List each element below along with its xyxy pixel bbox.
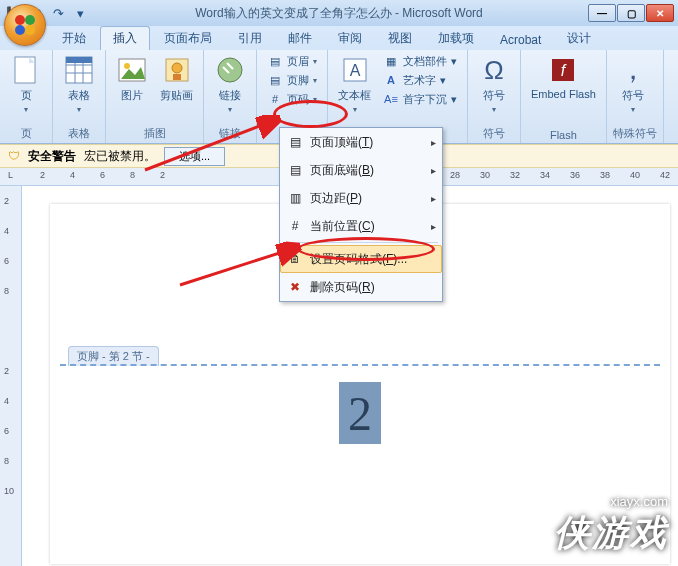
group-label: 页 bbox=[6, 124, 46, 143]
footer-divider bbox=[60, 364, 660, 366]
tab-home[interactable]: 开始 bbox=[50, 27, 98, 50]
group-flash: f Embed Flash Flash bbox=[521, 50, 607, 143]
group-label: 表格 bbox=[59, 124, 99, 143]
group-label: 特殊符号 bbox=[613, 124, 657, 143]
textbox-icon: A bbox=[339, 54, 371, 86]
symbol-button[interactable]: Ω 符号▾ bbox=[474, 52, 514, 116]
page-margin-icon: ▥ bbox=[286, 189, 304, 207]
svg-point-14 bbox=[172, 63, 182, 73]
security-message: 宏已被禁用。 bbox=[84, 148, 156, 165]
wordart-button[interactable]: A艺术字▾ bbox=[379, 71, 461, 89]
security-options-button[interactable]: 选项... bbox=[164, 147, 225, 166]
svg-point-3 bbox=[25, 25, 35, 35]
group-symbols: Ω 符号▾ 符号 bbox=[468, 50, 521, 143]
tab-view[interactable]: 视图 bbox=[376, 27, 424, 50]
office-button[interactable] bbox=[4, 4, 46, 46]
comma-icon: ， bbox=[617, 54, 649, 86]
dropcap-icon: A≡ bbox=[383, 91, 399, 107]
svg-text:A: A bbox=[349, 62, 360, 79]
menu-separator bbox=[284, 242, 438, 243]
table-icon bbox=[63, 54, 95, 86]
footer-button[interactable]: ▤页脚 ▾ bbox=[263, 71, 321, 89]
close-button[interactable]: ✕ bbox=[646, 4, 674, 22]
submenu-arrow-icon: ▸ bbox=[431, 193, 436, 204]
header-button[interactable]: ▤页眉 ▾ bbox=[263, 52, 321, 70]
pages-button[interactable]: 页▾ bbox=[6, 52, 46, 116]
security-title: 安全警告 bbox=[28, 148, 76, 165]
window-controls: — ▢ ✕ bbox=[588, 4, 674, 22]
header-icon: ▤ bbox=[267, 53, 283, 69]
minimize-button[interactable]: — bbox=[588, 4, 616, 22]
office-logo-icon bbox=[13, 13, 37, 37]
group-pages: 页▾ 页 bbox=[0, 50, 53, 143]
omega-icon: Ω bbox=[478, 54, 510, 86]
group-illustrations: 图片 剪贴画 插图 bbox=[106, 50, 204, 143]
svg-point-1 bbox=[25, 15, 35, 25]
quickparts-button[interactable]: ▦文档部件▾ bbox=[379, 52, 461, 70]
page-number-button[interactable]: #页码 ▾ bbox=[263, 90, 321, 108]
svg-point-0 bbox=[15, 15, 25, 25]
svg-point-16 bbox=[218, 58, 242, 82]
dd-format-page-numbers[interactable]: 🗎 设置页码格式(F)... bbox=[280, 245, 442, 273]
wordart-icon: A bbox=[383, 72, 399, 88]
chevron-down-icon: ▾ bbox=[228, 105, 232, 114]
clipart-icon bbox=[161, 54, 193, 86]
group-tables: 表格▾ 表格 bbox=[53, 50, 106, 143]
clipart-button[interactable]: 剪贴画 bbox=[156, 52, 197, 105]
group-label: 插图 bbox=[112, 124, 197, 143]
submenu-arrow-icon: ▸ bbox=[431, 137, 436, 148]
picture-button[interactable]: 图片 bbox=[112, 52, 152, 105]
tab-layout[interactable]: 页面布局 bbox=[152, 27, 224, 50]
tab-design[interactable]: 设计 bbox=[555, 27, 603, 50]
qat-more-icon[interactable]: ▾ bbox=[70, 3, 90, 23]
chevron-down-icon: ▾ bbox=[77, 105, 81, 114]
page-number-value: 2 bbox=[348, 386, 372, 441]
table-button[interactable]: 表格▾ bbox=[59, 52, 99, 116]
dd-page-margins[interactable]: ▥ 页边距(P) ▸ bbox=[280, 184, 442, 212]
tab-addins[interactable]: 加载项 bbox=[426, 27, 486, 50]
submenu-arrow-icon: ▸ bbox=[431, 221, 436, 232]
tab-insert[interactable]: 插入 bbox=[100, 26, 150, 50]
embed-flash-button[interactable]: f Embed Flash bbox=[527, 52, 600, 102]
svg-rect-10 bbox=[66, 57, 92, 63]
shield-icon: 🛡 bbox=[8, 149, 20, 163]
picture-icon bbox=[116, 54, 148, 86]
titlebar: 💾 ↶ ↷ ▾ Word输入的英文变成了全角字怎么办 - Microsoft W… bbox=[0, 0, 678, 26]
dropcap-button[interactable]: A≡首字下沉▾ bbox=[379, 90, 461, 108]
tab-references[interactable]: 引用 bbox=[226, 27, 274, 50]
flash-icon: f bbox=[547, 54, 579, 86]
ruler-vertical[interactable]: 2 4 6 8 2 4 6 8 10 bbox=[0, 186, 22, 566]
redo-icon[interactable]: ↷ bbox=[48, 3, 68, 23]
page-top-icon: ▤ bbox=[286, 133, 304, 151]
dd-page-bottom[interactable]: ▤ 页面底端(B) ▸ bbox=[280, 156, 442, 184]
dd-page-top[interactable]: ▤ 页面顶端(T) ▸ bbox=[280, 128, 442, 156]
footer-icon: ▤ bbox=[267, 72, 283, 88]
page-number-field[interactable]: 2 bbox=[339, 382, 381, 444]
group-label: Flash bbox=[527, 127, 600, 143]
tab-mailings[interactable]: 邮件 bbox=[276, 27, 324, 50]
footer-section-tab: 页脚 - 第 2 节 - bbox=[68, 346, 159, 366]
current-pos-icon: # bbox=[286, 217, 304, 235]
ribbon-tabs: 开始 插入 页面布局 引用 邮件 审阅 视图 加载项 Acrobat 设计 bbox=[0, 26, 678, 50]
group-links: 链接▾ 链接 bbox=[204, 50, 257, 143]
pagenum-icon: # bbox=[267, 91, 283, 107]
page-bottom-icon: ▤ bbox=[286, 161, 304, 179]
textbox-button[interactable]: A 文本框▾ bbox=[334, 52, 375, 116]
links-button[interactable]: 链接▾ bbox=[210, 52, 250, 116]
dd-remove-page-numbers[interactable]: ✖ 删除页码(R) bbox=[280, 273, 442, 301]
remove-icon: ✖ bbox=[286, 278, 304, 296]
submenu-arrow-icon: ▸ bbox=[431, 165, 436, 176]
svg-point-2 bbox=[15, 25, 25, 35]
tab-review[interactable]: 审阅 bbox=[326, 27, 374, 50]
dd-current-position[interactable]: # 当前位置(C) ▸ bbox=[280, 212, 442, 240]
maximize-button[interactable]: ▢ bbox=[617, 4, 645, 22]
svg-rect-15 bbox=[173, 74, 181, 80]
svg-point-12 bbox=[124, 63, 130, 69]
group-label: 符号 bbox=[474, 124, 514, 143]
special-symbol-button[interactable]: ， 符号▾ bbox=[613, 52, 653, 116]
link-icon bbox=[214, 54, 246, 86]
window-title: Word输入的英文变成了全角字怎么办 - Microsoft Word bbox=[90, 5, 588, 22]
parts-icon: ▦ bbox=[383, 53, 399, 69]
tab-acrobat[interactable]: Acrobat bbox=[488, 30, 553, 50]
page-icon bbox=[10, 54, 42, 86]
